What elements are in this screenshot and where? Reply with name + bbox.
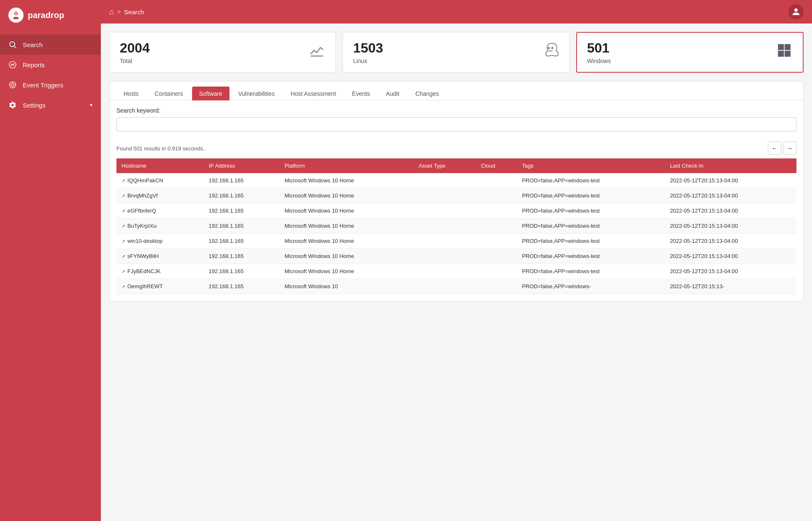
stat-windows-number: 501 [587,40,611,56]
breadcrumb-separator: > [117,8,121,15]
table-row[interactable]: ↗ eGFfbnferQ 192.168.1.165 Microsoft Win… [116,203,796,218]
pagination-next-button[interactable]: → [783,142,796,155]
cell-cloud [476,188,517,203]
stat-total-label: Total [120,58,150,64]
cell-asset-type [414,188,476,203]
svg-point-13 [551,47,553,49]
table-row[interactable]: ↗ win10-desktop 192.168.1.165 Microsoft … [116,234,796,249]
tab-events[interactable]: Events [345,87,377,100]
tab-hosts[interactable]: Hosts [116,87,146,100]
settings-left: Settings [8,101,45,109]
linux-icon [542,42,559,63]
pagination-prev-button[interactable]: ← [768,142,781,155]
cell-last-checkin: 2022-05-12T20:15:13-04:00 [665,264,796,279]
tab-containers[interactable]: Containers [148,87,190,100]
tabs-row: Hosts Containers Software Vulnerabilitie… [110,82,803,100]
cell-platform: Microsoft Windows 10 Home [279,173,414,188]
hostname-text: IQQHmPakCN [127,177,163,184]
stat-total-number: 2004 [120,40,150,56]
table-row[interactable]: ↗ sFYNWyBliH 192.168.1.165 Microsoft Win… [116,249,796,264]
table-row[interactable]: ↗ FJyBEdNCJK 192.168.1.165 Microsoft Win… [116,264,796,279]
tab-host-assessment[interactable]: Host Assessment [283,87,343,100]
tabs-container: Hosts Containers Software Vulnerabilitie… [109,81,804,301]
cell-hostname: ↗ BuTyKrpIXu [116,218,204,234]
col-ip[interactable]: IP Address [204,158,279,173]
sidebar-item-search-label: Search [23,41,43,48]
table-row[interactable]: ↗ IQQHmPakCN 192.168.1.165 Microsoft Win… [116,173,796,188]
hostname-link[interactable]: ↗ BrvqMhZgVf [121,192,199,199]
results-info: Found 501 results in 0.919 seconds.. [116,145,206,152]
search-input[interactable] [116,117,796,132]
tab-vulnerabilities[interactable]: Vulnerabilities [231,87,282,100]
tab-audit[interactable]: Audit [379,87,406,100]
hostname-link[interactable]: ↗ sFYNWyBliH [121,253,199,259]
cell-tags: PROD=false,APP=windows-test [517,218,665,234]
svg-rect-17 [785,51,791,57]
stat-card-total[interactable]: 2004 Total [109,32,336,73]
cell-cloud [476,203,517,218]
hostname-link[interactable]: ↗ IQQHmPakCN [121,177,199,184]
svg-rect-14 [778,44,784,50]
hostname-link[interactable]: ↗ OemgIhREWT [121,283,199,289]
svg-line-4 [14,46,16,48]
external-link-icon: ↗ [121,178,125,184]
hostname-link[interactable]: ↗ BuTyKrpIXu [121,223,199,229]
cell-last-checkin: 2022-05-12T20:15:13-04:00 [665,203,796,218]
stat-card-windows[interactable]: 501 Windows [576,32,804,73]
home-icon[interactable]: ⌂ [109,8,114,16]
table-row[interactable]: ↗ BuTyKrpIXu 192.168.1.165 Microsoft Win… [116,218,796,234]
cell-ip: 192.168.1.165 [204,249,279,264]
cell-ip: 192.168.1.165 [204,218,279,234]
sidebar-item-settings[interactable]: Settings ▾ [0,95,101,115]
hostname-text: FJyBEdNCJK [127,268,161,274]
hostname-text: win10-desktop [127,238,163,244]
cell-ip: 192.168.1.165 [204,203,279,218]
user-avatar[interactable] [788,4,804,19]
hostname-link[interactable]: ↗ win10-desktop [121,238,199,244]
hostname-link[interactable]: ↗ eGFfbnferQ [121,208,199,214]
col-asset-type[interactable]: Asset Type [414,158,476,173]
stat-windows-label: Windows [587,58,611,64]
table-row[interactable]: ↗ BrvqMhZgVf 192.168.1.165 Microsoft Win… [116,188,796,203]
table-wrap: Hostname IP Address Platform Asset Type … [110,158,803,301]
hostname-link[interactable]: ↗ FJyBEdNCJK [121,268,199,274]
cell-last-checkin: 2022-05-12T20:15:13- [665,279,796,294]
cell-hostname: ↗ BrvqMhZgVf [116,188,204,203]
cell-last-checkin: 2022-05-12T20:15:13-04:00 [665,249,796,264]
cell-platform: Microsoft Windows 10 Home [279,218,414,234]
cell-tags: PROD=false,APP=windows-test [517,234,665,249]
col-last-checkin[interactable]: Last Check-In [665,158,796,173]
sidebar-item-event-triggers[interactable]: Event Triggers [0,75,101,95]
col-cloud[interactable]: Cloud [476,158,517,173]
breadcrumb-current: Search [124,8,144,16]
tab-changes[interactable]: Changes [408,87,446,100]
stat-card-linux[interactable]: 1503 Linux [343,32,569,73]
cell-platform: Microsoft Windows 10 Home [279,264,414,279]
external-link-icon: ↗ [121,284,125,289]
col-hostname[interactable]: Hostname [116,158,204,173]
cell-last-checkin: 2022-05-12T20:15:13-04:00 [665,188,796,203]
cell-tags: PROD=false,APP=windows-test [517,173,665,188]
search-icon [8,40,17,49]
sidebar-item-reports-label: Reports [23,61,45,68]
external-link-icon: ↗ [121,239,125,244]
pagination-buttons: ← → [768,142,796,155]
col-platform[interactable]: Platform [279,158,414,173]
cell-cloud [476,218,517,234]
cell-ip: 192.168.1.165 [204,234,279,249]
cell-asset-type [414,234,476,249]
hostname-text: BrvqMhZgVf [127,192,158,199]
svg-point-12 [548,47,549,49]
external-link-icon: ↗ [121,254,125,259]
app-logo[interactable]: paradrop [0,0,101,30]
table-row[interactable]: ↗ OemgIhREWT 192.168.1.165 Microsoft Win… [116,279,796,294]
sidebar-item-search[interactable]: Search [0,34,101,55]
cell-cloud [476,173,517,188]
cell-cloud [476,234,517,249]
col-tags[interactable]: Tags [517,158,665,173]
sidebar-item-reports[interactable]: Reports [0,55,101,75]
stat-windows-info: 501 Windows [587,40,611,64]
hostname-text: eGFfbnferQ [127,208,156,214]
tab-software[interactable]: Software [192,87,229,100]
svg-rect-16 [778,51,784,57]
